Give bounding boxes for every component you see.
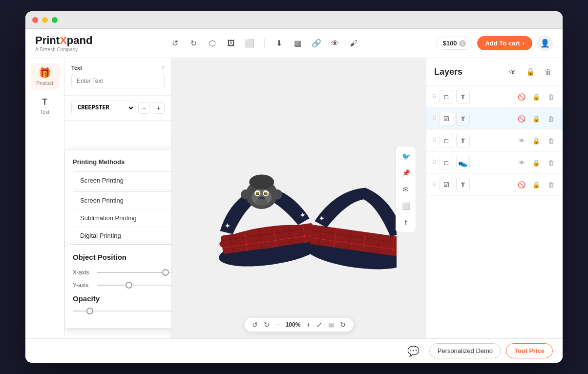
share-toolbar: 🐦 📌 ✉ ⬜ f <box>396 146 416 233</box>
layers-panel: Layers 👁 🔒 🗑 ⠿ □ T 🚫 🔒 <box>426 58 563 338</box>
zoom-in-btn[interactable]: + <box>306 321 310 329</box>
minimize-dot[interactable] <box>42 17 48 23</box>
object-position-panel: Object Position ↺ X-axis 450 <box>64 245 172 329</box>
x-axis-slider[interactable] <box>97 272 172 273</box>
drag-handle-icon[interactable]: ⠿ <box>432 181 437 188</box>
printing-option-sublimation[interactable]: Sublimation Printing <box>73 209 172 227</box>
drag-handle-icon[interactable]: ⠿ <box>432 159 437 166</box>
drag-handle-icon[interactable]: ⠿ <box>432 93 437 100</box>
font-size-increase[interactable]: + <box>153 102 165 114</box>
chat-icon[interactable]: 💬 <box>407 345 420 357</box>
y-axis-slider[interactable] <box>97 285 172 286</box>
text-input-field[interactable] <box>71 74 165 88</box>
download-icon[interactable]: ⬇ <box>273 38 285 49</box>
text-help-icon[interactable]: ? <box>161 65 165 71</box>
grid-btn[interactable]: ⊞ <box>328 321 334 329</box>
sidebar-item-text[interactable]: T Text <box>30 92 60 119</box>
tool-price-button[interactable]: Tool Price <box>506 343 553 358</box>
svg-text:✦: ✦ <box>224 221 231 230</box>
layer-lock-icon[interactable]: 🔒 <box>530 135 542 146</box>
layers-delete-icon[interactable]: 🗑 <box>541 65 555 79</box>
main-area: 🎁 Product T Text Text ? <box>25 58 563 338</box>
header: PrintXpand A Biztech Company ↺ ↻ ⬡ 🖼 ⬜ ⬇… <box>25 29 563 58</box>
layer-eye-icon[interactable]: 👁 <box>516 157 527 168</box>
undo-canvas-btn[interactable]: ↺ <box>252 321 258 329</box>
image-icon[interactable]: 🖼 <box>225 38 237 49</box>
object-position-header: Object Position ↺ <box>73 253 172 261</box>
drag-handle-icon[interactable]: ⠿ <box>432 137 437 144</box>
price-info-icon[interactable]: i <box>459 40 466 47</box>
y-axis-label: Y-axis <box>73 282 92 289</box>
brush-icon[interactable]: 🖌 <box>348 38 359 49</box>
close-dot[interactable] <box>32 17 38 23</box>
layer-lock-icon[interactable]: 🔒 <box>530 91 542 103</box>
price-badge[interactable]: $100 i <box>436 37 472 50</box>
printing-select-row[interactable]: Screen Printing ▾ <box>73 171 172 189</box>
facebook-icon[interactable]: f <box>399 216 413 229</box>
personalized-demo-button[interactable]: Personalized Demo <box>429 343 501 358</box>
layer-eye-off-icon[interactable]: 🚫 <box>516 91 527 103</box>
cart-chevron-icon: › <box>523 40 525 47</box>
left-sidebar: 🎁 Product T Text <box>25 58 64 338</box>
font-select[interactable]: CREEPSTER <box>71 101 135 115</box>
layer-eye-off-icon[interactable]: 🚫 <box>516 113 527 125</box>
layer-delete-icon[interactable]: 🗑 <box>545 179 557 190</box>
user-avatar[interactable]: 👤 <box>537 36 553 51</box>
logo-subtitle: A Biztech Company <box>35 47 92 52</box>
layer-delete-icon[interactable]: 🗑 <box>545 135 557 146</box>
layer-lock-icon[interactable]: 🔒 <box>530 179 542 190</box>
layer-eye-off-icon[interactable]: 🚫 <box>516 179 527 190</box>
sidebar-item-product[interactable]: 🎁 Product <box>30 63 60 90</box>
layer-delete-icon[interactable]: 🗑 <box>545 113 557 125</box>
y-axis-thumb[interactable] <box>126 282 132 289</box>
pinterest-icon[interactable]: 📌 <box>399 166 413 180</box>
zoom-out-btn[interactable]: − <box>275 321 279 329</box>
font-size-decrease[interactable]: − <box>138 102 150 114</box>
layer-delete-icon[interactable]: 🗑 <box>545 91 557 103</box>
layer-eye-icon[interactable]: 👁 <box>516 135 527 146</box>
object-position-title: Object Position <box>73 253 126 261</box>
frame-icon[interactable]: ⬜ <box>244 38 255 49</box>
refresh-btn[interactable]: ↻ <box>340 321 346 329</box>
eye-icon[interactable]: 👁 <box>329 38 341 49</box>
opacity-thumb[interactable] <box>86 308 93 314</box>
redo-icon[interactable]: ↻ <box>188 38 200 49</box>
app-content: PrintXpand A Biztech Company ↺ ↻ ⬡ 🖼 ⬜ ⬇… <box>25 29 563 363</box>
printing-methods-title: Printing Methods <box>73 158 172 166</box>
layer-lock-icon[interactable]: 🔒 <box>530 113 542 125</box>
opacity-slider[interactable] <box>73 311 172 312</box>
layers-eye-icon[interactable]: 👁 <box>506 65 520 79</box>
zoom-level: 100% <box>286 321 301 328</box>
fit-btn[interactable]: ⤢ <box>316 321 322 329</box>
share-icon[interactable]: 🔗 <box>311 38 322 49</box>
maximize-dot[interactable] <box>52 17 58 23</box>
product-image-container: ✦ ✦ <box>196 96 401 301</box>
text-icon: T <box>42 97 47 107</box>
layer-image-type-icon: 👟 <box>456 156 470 169</box>
layers-lock-icon[interactable]: 🔒 <box>524 65 537 79</box>
add-to-cart-button[interactable]: Add To cart › <box>477 36 532 50</box>
layer-text-type-icon: T <box>456 134 470 147</box>
drag-handle-icon[interactable]: ⠿ <box>432 115 437 122</box>
x-axis-thumb[interactable] <box>162 269 169 276</box>
shape-icon[interactable]: ⬡ <box>207 38 218 49</box>
opacity-title-row: Opacity ↺ <box>73 294 172 303</box>
layer-item: ⠿ ☑ T 🚫 🔒 🗑 <box>426 174 563 196</box>
svg-point-25 <box>249 174 274 189</box>
printing-option-digital[interactable]: Digital Printing <box>73 227 172 244</box>
redo-canvas-btn[interactable]: ↻ <box>264 321 270 329</box>
layer-item: ⠿ ☑ T 🚫 🔒 🗑 <box>426 108 563 130</box>
email-icon[interactable]: ✉ <box>399 183 413 196</box>
undo-icon[interactable]: ↺ <box>169 38 181 49</box>
svg-point-19 <box>256 192 259 194</box>
printing-option-screen[interactable]: Screen Printing <box>73 192 172 209</box>
layer-delete-icon[interactable]: 🗑 <box>545 157 557 168</box>
layer-lock-icon[interactable]: 🔒 <box>530 157 542 168</box>
layer-item: ⠿ □ T 👁 🔒 🗑 <box>426 130 563 152</box>
layer-text-type-icon: T <box>456 112 470 125</box>
twitter-icon[interactable]: 🐦 <box>399 149 413 163</box>
opacity-title: Opacity <box>73 294 100 303</box>
copy-icon[interactable]: ⬜ <box>399 199 413 213</box>
header-tools: ↺ ↻ ⬡ 🖼 ⬜ ⬇ ▦ 🔗 👁 🖌 <box>169 38 359 49</box>
qr-icon[interactable]: ▦ <box>292 38 304 49</box>
